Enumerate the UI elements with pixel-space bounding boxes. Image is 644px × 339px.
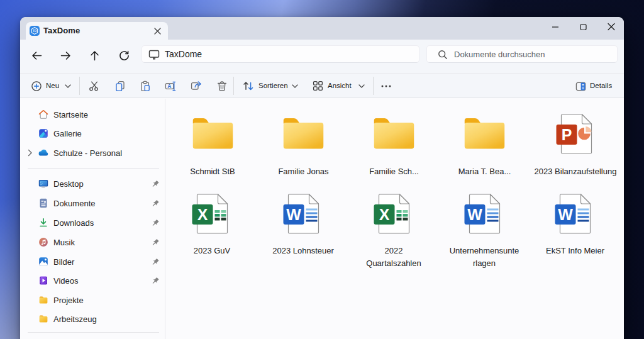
svg-text:X: X bbox=[379, 206, 389, 223]
svg-text:TD: TD bbox=[33, 30, 37, 33]
svg-text:X: X bbox=[197, 206, 208, 223]
svg-text:W: W bbox=[558, 206, 573, 223]
svg-text:P: P bbox=[561, 126, 572, 143]
svg-text:W: W bbox=[286, 206, 301, 223]
svg-text:W: W bbox=[467, 206, 482, 223]
svg-text:A: A bbox=[167, 83, 171, 89]
